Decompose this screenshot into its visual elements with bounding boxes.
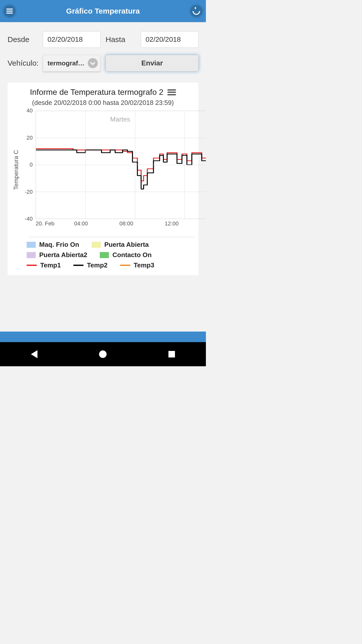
nav-recent-icon[interactable] — [168, 351, 175, 357]
legend-swatch — [92, 242, 101, 248]
x-tick: 20. Feb — [36, 220, 55, 227]
legend-swatch — [27, 242, 36, 248]
plot-area[interactable]: Martes — [36, 111, 206, 219]
grid-line-v — [85, 111, 86, 219]
nav-back-icon[interactable] — [31, 350, 37, 358]
chevron-down-icon — [88, 58, 98, 68]
grid-line-v — [135, 111, 135, 219]
legend-item[interactable]: Maq. Frio On — [27, 241, 79, 249]
legend-label: Contacto On — [112, 251, 152, 259]
y-tick: -20 — [19, 189, 33, 195]
legend-item[interactable]: Puerta Abierta — [92, 241, 149, 249]
legend-swatch — [27, 265, 37, 266]
x-tick: 04:00 — [74, 220, 88, 227]
y-tick: 20 — [19, 135, 33, 141]
legend-item[interactable]: Temp1 — [27, 261, 61, 269]
y-axis-label: Temperatura C — [13, 150, 20, 190]
y-tick: 0 — [19, 162, 33, 168]
legend-label: Temp1 — [40, 261, 61, 269]
back-icon — [191, 6, 202, 16]
legend-item[interactable]: Puerta Abierta2 — [27, 251, 87, 259]
from-label: Desde — [8, 35, 38, 44]
legend-label: Puerta Abierta2 — [39, 251, 87, 259]
chart-title-row: Informe de Temperatura termografo 2 — [12, 88, 194, 97]
x-tick: 08:00 — [119, 220, 133, 227]
vehicle-selected-text: termograf… — [48, 59, 84, 67]
legend-swatch — [73, 265, 83, 266]
legend-item[interactable]: Temp3 — [120, 261, 154, 269]
chart-card: Informe de Temperatura termografo 2 (des… — [8, 83, 198, 275]
to-label: Hasta — [106, 35, 136, 44]
legend-item[interactable]: Temp2 — [73, 261, 108, 269]
legend: Maq. Frio OnPuerta AbiertaPuerta Abierta… — [27, 241, 194, 269]
legend-swatch — [100, 252, 109, 258]
legend-label: Maq. Frio On — [39, 241, 79, 249]
back-button[interactable] — [190, 5, 202, 17]
y-axis-label-wrap: Temperatura C — [12, 111, 21, 229]
x-axis-ticks: 20. Feb04:0008:0012:00 — [36, 219, 194, 229]
series-Temp2 — [36, 149, 206, 189]
filter-form: Desde 02/20/2018 Hasta 02/20/2018 Vehícu… — [0, 22, 206, 71]
legend-separator — [29, 237, 194, 237]
legend-swatch — [27, 252, 36, 258]
legend-item[interactable]: Contacto On — [100, 251, 152, 259]
chart-surface: Temperatura C 40200-20-40 Martes 20. Feb… — [12, 111, 194, 229]
grid-line-v — [185, 111, 185, 219]
legend-label: Temp2 — [87, 261, 108, 269]
grid-line-h — [36, 192, 206, 192]
menu-button[interactable] — [4, 5, 16, 17]
page-title: Gráfico Temperatura — [16, 7, 190, 15]
y-tick: -40 — [19, 216, 33, 222]
x-tick: 12:00 — [165, 220, 178, 227]
android-nav-bar — [0, 342, 206, 366]
grid-line-h — [36, 165, 206, 165]
screen: Gráfico Temperatura Desde 02/20/2018 Has… — [0, 0, 206, 366]
chart-body: 40200-20-40 Martes 20. Feb04:0008:0012:0… — [21, 111, 194, 229]
menu-icon — [6, 11, 13, 12]
grid-line-h — [36, 138, 206, 138]
app-header: Gráfico Temperatura — [0, 0, 206, 22]
y-tick: 40 — [19, 107, 33, 114]
nav-home-icon[interactable] — [99, 350, 107, 358]
legend-label: Temp3 — [134, 261, 154, 269]
chart-subtitle: (desde 20/02/2018 0:00 hasta 20/02/2018 … — [12, 99, 194, 107]
chart-options-button[interactable] — [167, 89, 176, 95]
chart-title: Informe de Temperatura termografo 2 — [30, 88, 163, 97]
vehicle-select[interactable]: termograf… — [43, 55, 101, 71]
y-axis-ticks: 40200-20-40 — [21, 111, 34, 219]
submit-button[interactable]: Enviar — [106, 55, 199, 71]
to-date-input[interactable]: 02/20/2018 — [141, 31, 199, 48]
footer-bar — [0, 332, 206, 342]
from-date-input[interactable]: 02/20/2018 — [43, 31, 101, 48]
legend-label: Puerta Abierta — [104, 241, 149, 249]
legend-swatch — [120, 265, 130, 266]
vehicle-label: Vehículo: — [8, 59, 38, 67]
